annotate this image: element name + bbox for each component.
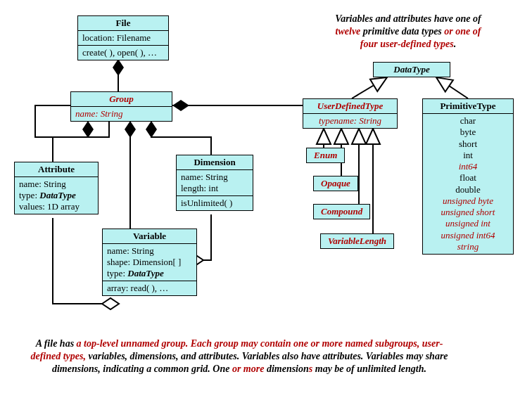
bc-p7: may be of unlimited length. — [312, 364, 426, 374]
dimension-r2: length: int — [181, 183, 248, 194]
file-ops: create( ), open( ), … — [78, 46, 168, 60]
class-compound: Compound — [313, 204, 370, 219]
class-file: File location: Filename create( ), open(… — [77, 15, 169, 60]
class-group: Group name: String — [70, 91, 172, 122]
primitive-item: byte — [427, 127, 509, 138]
variable-r4: array: read( ), … — [103, 281, 196, 295]
primitive-item: unsigned int64 — [427, 230, 509, 241]
dimension-r3: isUnlimited( ) — [177, 196, 253, 210]
class-enum: Enum — [306, 148, 345, 163]
primitive-item: double — [427, 184, 509, 195]
class-dimension: Dimension name: String length: int isUnl… — [176, 155, 253, 211]
attribute-r2b: DataType — [39, 190, 76, 200]
primitive-list: charbyteshortintint64floatdoubleunsigned… — [423, 114, 513, 254]
class-datatype: DataType — [373, 62, 450, 77]
primitive-item: float — [427, 172, 509, 184]
bc-p5: dimension — [264, 364, 308, 374]
datatype-title: DataType — [374, 63, 450, 77]
class-opaque: Opaque — [313, 176, 358, 191]
class-primitivetype: PrimitiveType charbyteshortintint64float… — [422, 98, 514, 255]
top-caption-l3a: four user-defined types — [360, 39, 454, 49]
top-caption-twelve: twelve — [336, 26, 361, 37]
attribute-r3: values: 1D array — [19, 201, 94, 212]
attribute-r1: name: String — [19, 179, 94, 190]
primitive-item: int64 — [427, 161, 509, 172]
class-variable: Variable name: String shape: Dimension[ … — [102, 229, 197, 296]
variable-title: Variable — [103, 229, 196, 244]
svg-line-4 — [436, 77, 468, 98]
attribute-r2a: type: — [19, 190, 39, 200]
variable-r2: shape: Dimension[ ] — [107, 257, 192, 268]
primitive-item: short — [427, 139, 509, 150]
variable-r3a: type: — [107, 268, 127, 278]
primitive-title: PrimitiveType — [423, 99, 513, 114]
group-title: Group — [71, 92, 172, 107]
bc-p4: or more — [232, 364, 265, 374]
class-variablelength: VariableLength — [320, 233, 394, 249]
top-caption: Variables and attributes have one of twe… — [296, 13, 521, 51]
top-caption-l2c: or one of — [444, 26, 481, 37]
svg-line-3 — [352, 77, 387, 98]
primitive-item: unsigned short — [427, 207, 509, 218]
top-caption-l1: Variables and attributes have one of — [335, 13, 481, 24]
class-attribute: Attribute name: String type: DataType va… — [14, 162, 99, 214]
primitive-item: char — [427, 115, 509, 127]
udt-title: UserDefinedType — [303, 99, 397, 114]
bc-p1: A file has — [36, 338, 77, 349]
dimension-r1: name: String — [181, 172, 248, 183]
primitive-item: int — [427, 150, 509, 161]
primitive-item: string — [427, 241, 509, 252]
class-userdefinedtype: UserDefinedType typename: String — [303, 98, 398, 129]
attribute-title: Attribute — [15, 162, 98, 177]
top-caption-l2b: primitive data types — [360, 26, 444, 37]
variable-r1: name: String — [107, 245, 192, 257]
bottom-caption: A file has a top-level unnamed group. Ea… — [28, 338, 450, 376]
variable-r3b: DataType — [127, 268, 164, 278]
primitive-item: unsigned byte — [427, 195, 509, 207]
file-title: File — [78, 16, 168, 31]
udt-attr: typename: String — [303, 114, 397, 128]
dimension-title: Dimension — [177, 155, 253, 170]
top-caption-l3b: . — [454, 39, 457, 49]
group-attr: name: String — [71, 107, 172, 121]
primitive-item: unsigned int — [427, 218, 509, 229]
file-loc: location: Filename — [78, 31, 168, 46]
